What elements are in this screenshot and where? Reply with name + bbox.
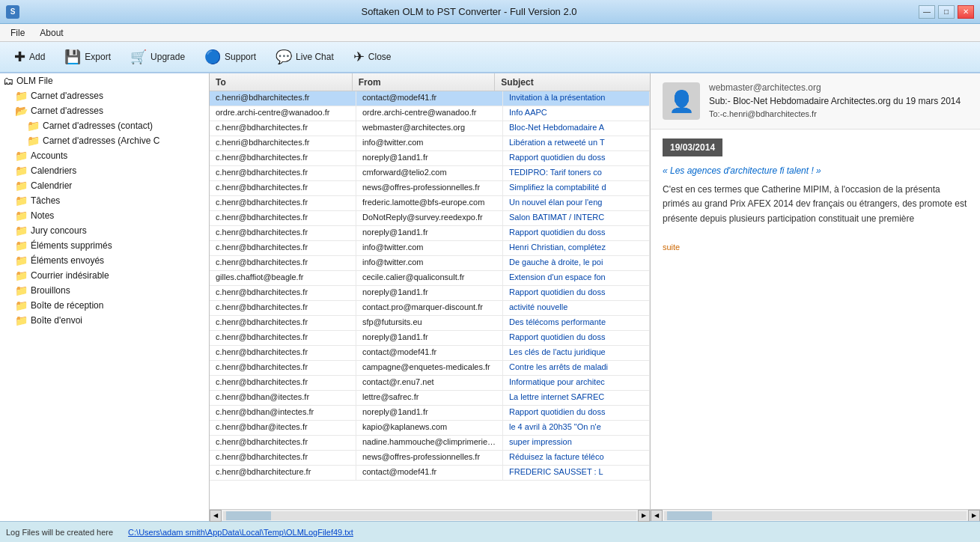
email-cell-from: contact@r.enu7.net xyxy=(356,376,503,390)
tree-label-notes: Notes xyxy=(31,210,54,221)
email-row[interactable]: c.henr@bdharchitectes.frnoreply@1and1.fr… xyxy=(210,286,650,301)
email-cell-subject: Simplifiez la comptabilité d xyxy=(503,181,650,195)
tree-scroll[interactable]: 🗂OLM File📁Carnet d'adresses📂Carnet d'adr… xyxy=(0,73,209,521)
livechat-button[interactable]: 💬 Live Chat xyxy=(267,45,342,69)
preview-hscroll-thumb[interactable] xyxy=(667,511,712,520)
suite-link[interactable]: suite xyxy=(663,243,680,252)
email-cell-to: c.henr@bdharchitectes.fr xyxy=(210,211,356,225)
email-cell-subject: Henri Christian, complétez xyxy=(503,241,650,255)
email-row[interactable]: c.henr@bdhar@itectes.frkapio@kaplanews.c… xyxy=(210,421,650,436)
email-row[interactable]: c.henr@bdharchitectes.frfrederic.lamotte… xyxy=(210,196,650,211)
hscroll-track[interactable] xyxy=(223,511,636,520)
email-cell-to: c.henr@bdharchitectes.fr xyxy=(210,331,356,345)
maximize-button[interactable]: □ xyxy=(938,5,955,19)
tree-item-carnet2-archive[interactable]: 📁Carnet d'adresses (Archive C xyxy=(0,133,209,148)
col-from[interactable]: From xyxy=(353,73,496,91)
preview-hscroll[interactable]: ◀ ▶ xyxy=(651,509,980,521)
email-row[interactable]: c.henr@bdharchitectes.frnoreply@1and1.fr… xyxy=(210,331,650,346)
support-icon: 🔵 xyxy=(204,49,221,65)
close-label: Close xyxy=(368,52,392,62)
upgrade-button[interactable]: 🛒 Upgrade xyxy=(122,45,193,69)
tree-item-boite-envoi[interactable]: 📁Boîte d'envoi xyxy=(0,313,209,328)
tree-item-elements-suppr[interactable]: 📁Éléments supprimés xyxy=(0,238,209,253)
tree-item-calendriers[interactable]: 📁Calendriers xyxy=(0,163,209,178)
email-cell-to: c.henr@bdharchitectes.fr xyxy=(210,376,356,390)
email-row[interactable]: c.henr@bdharchitectes.frwebmaster@archit… xyxy=(210,121,650,136)
email-row[interactable]: c.henri@bdharchitectes.frcontact@modef41… xyxy=(210,91,650,106)
email-hscroll[interactable]: ◀ ▶ xyxy=(210,509,650,521)
close-app-button[interactable]: ✈ Close xyxy=(345,45,400,69)
col-subject[interactable]: Subject xyxy=(495,73,638,91)
livechat-label: Live Chat xyxy=(296,52,334,62)
add-button[interactable]: ✚ Add xyxy=(6,45,53,69)
tree-item-jury[interactable]: 📁Jury concours xyxy=(0,223,209,238)
email-cell-to: ordre.archi-centre@wanadoo.fr xyxy=(210,106,356,121)
close-window-button[interactable]: ✕ xyxy=(958,5,974,19)
email-row[interactable]: c.henr@bdharchitectes.frnoreply@1and1.fr… xyxy=(210,226,650,241)
menu-about[interactable]: About xyxy=(34,26,69,40)
tree-item-courrier[interactable]: 📁Courrier indésirable xyxy=(0,268,209,283)
title-bar: S Softaken OLM to PST Converter - Full V… xyxy=(0,0,980,24)
tree-icon-calendrier: 📁 xyxy=(15,180,28,192)
support-button[interactable]: 🔵 Support xyxy=(196,45,264,69)
email-row[interactable]: gilles.chaffiot@beagle.frcecile.calier@q… xyxy=(210,271,650,286)
tree-item-notes[interactable]: 📁Notes xyxy=(0,208,209,223)
email-row[interactable]: c.henr@bdharchitectes.frcampagne@enquete… xyxy=(210,361,650,376)
tree-item-carnet1[interactable]: 📁Carnet d'adresses xyxy=(0,88,209,103)
email-row[interactable]: c.henr@bdharchitectes.frcontact@modef41.… xyxy=(210,346,650,361)
export-button[interactable]: 💾 Export xyxy=(56,45,119,69)
email-row[interactable]: c.henr@bdharchitectes.frnadine.hammouche… xyxy=(210,436,650,451)
email-cell-subject: Info AAPC xyxy=(503,106,650,121)
email-row[interactable]: c.henr@bdharchitectes.frDoNotReply@surve… xyxy=(210,211,650,226)
col-to[interactable]: To xyxy=(210,73,353,91)
tree-item-boite-reception[interactable]: 📁Boîte de réception xyxy=(0,298,209,313)
preview-body-text: C'est en ces termes que Catherine MIPIM,… xyxy=(663,183,968,226)
tree-item-olm-root[interactable]: 🗂OLM File xyxy=(0,73,209,88)
log-file-link[interactable]: C:\Users\adam smith\AppData\Local\Temp\O… xyxy=(128,528,353,537)
email-cell-subject: Rapport quotidien du doss xyxy=(503,151,650,165)
tree-item-brouillons[interactable]: 📁Brouillons xyxy=(0,283,209,298)
email-cell-from: noreply@1and1.fr xyxy=(356,286,503,300)
add-icon: ✚ xyxy=(14,49,25,65)
email-row[interactable]: c.henri@bdharchitectes.frinfo@twitter.co… xyxy=(210,136,650,151)
preview-hscroll-track[interactable] xyxy=(664,511,967,520)
email-row[interactable]: c.henr@bdharchitectes.frcmforward@telio2… xyxy=(210,166,650,181)
email-row[interactable]: c.henr@bdharchitectes.frcontact@r.enu7.n… xyxy=(210,376,650,391)
email-row[interactable]: c.henr@bdharchitectes.frcontact.pro@marq… xyxy=(210,301,650,316)
email-row[interactable]: ordre.archi-centre@wanadoo.frordre.archi… xyxy=(210,106,650,121)
email-cell-to: gilles.chaffiot@beagle.fr xyxy=(210,271,356,285)
email-row[interactable]: c.henr@bdharchitectes.frnews@offres-prof… xyxy=(210,181,650,196)
tree-item-taches[interactable]: 📁Tâches xyxy=(0,193,209,208)
email-cell-from: cecile.calier@qualiconsult.fr xyxy=(356,271,503,285)
hscroll-right[interactable]: ▶ xyxy=(638,510,650,522)
menu-file[interactable]: File xyxy=(4,26,31,40)
email-row[interactable]: c.henr@bdharchitectes.frsfp@futursits.eu… xyxy=(210,316,650,331)
tree-item-carnet2-contact[interactable]: 📁Carnet d'adresses (contact) xyxy=(0,118,209,133)
tree-icon-notes: 📁 xyxy=(15,210,28,222)
hscroll-thumb[interactable] xyxy=(226,511,271,520)
email-row[interactable]: c.henr@bdharchitectes.frnoreply@1and1.fr… xyxy=(210,151,650,166)
email-row[interactable]: c.henr@bdharchitectes.frinfo@twitter.com… xyxy=(210,256,650,271)
tree-label-courrier: Courrier indésirable xyxy=(31,270,109,281)
email-cell-to: c.henr@bdharchitectes.fr xyxy=(210,226,356,240)
hscroll-left[interactable]: ◀ xyxy=(210,510,222,522)
email-row[interactable]: c.henr@bdharchitecture.frcontact@modef41… xyxy=(210,466,650,481)
tree-item-carnet2[interactable]: 📂Carnet d'adresses xyxy=(0,103,209,118)
tree-item-accounts[interactable]: 📁Accounts xyxy=(0,148,209,163)
preview-hscroll-left[interactable]: ◀ xyxy=(651,510,663,522)
email-cell-from: kapio@kaplanews.com xyxy=(356,421,503,435)
email-row[interactable]: c.henr@bdhan@intectes.frnoreply@1and1.fr… xyxy=(210,406,650,421)
minimize-button[interactable]: — xyxy=(919,5,935,19)
preview-hscroll-right[interactable]: ▶ xyxy=(968,510,980,522)
preview-body[interactable]: 19/03/2014 « Les agences d'architecture … xyxy=(651,130,980,509)
email-row[interactable]: c.henr@bdharchitectes.frinfo@twitter.com… xyxy=(210,241,650,256)
email-row[interactable]: c.henr@bdharchitectes.frnews@offres-prof… xyxy=(210,451,650,466)
email-cell-from: ordre.archi-centre@wanadoo.fr xyxy=(356,106,503,121)
email-list[interactable]: c.henri@bdharchitectes.frcontact@modef41… xyxy=(210,91,650,509)
tree-icon-boite-reception: 📁 xyxy=(15,299,28,311)
tree-item-elements-envoyes[interactable]: 📁Éléments envoyés xyxy=(0,253,209,268)
tree-icon-carnet1: 📁 xyxy=(15,90,28,102)
tree-icon-elements-envoyes: 📁 xyxy=(15,255,28,267)
email-row[interactable]: c.henr@bdhan@itectes.frlettre@safrec.frL… xyxy=(210,391,650,406)
tree-item-calendrier[interactable]: 📁Calendrier xyxy=(0,178,209,193)
